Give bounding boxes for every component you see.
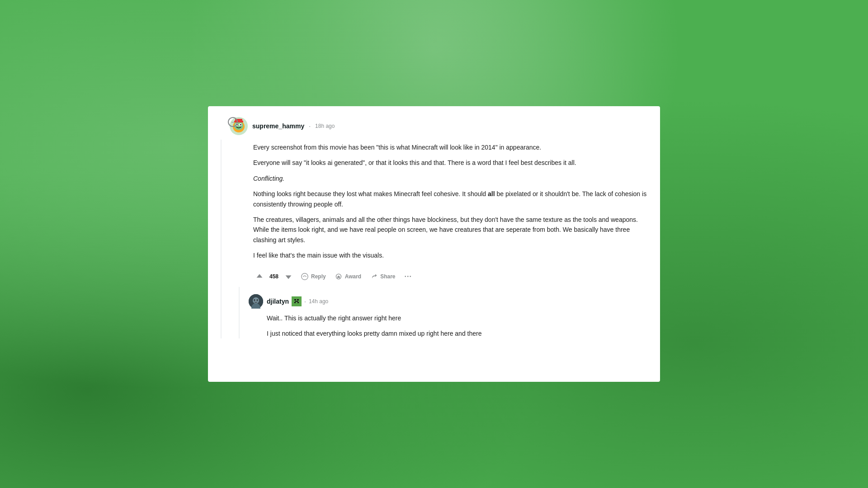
- svg-point-6: [240, 124, 241, 126]
- comment-paragraph-4: Nothing looks right because they lost wh…: [253, 189, 647, 209]
- award-label: Award: [345, 273, 361, 280]
- share-icon: [370, 273, 377, 280]
- svg-rect-20: [294, 302, 296, 303]
- comment-card: −: [208, 106, 660, 382]
- award-icon: [335, 273, 342, 280]
- comment-paragraph-6: I feel like that's the main issue with t…: [253, 250, 647, 260]
- reply-username[interactable]: djilatyn: [267, 298, 289, 305]
- share-button[interactable]: Share: [367, 270, 399, 283]
- reply-icon: [301, 273, 308, 280]
- more-button[interactable]: ···: [401, 270, 415, 283]
- comment-paragraph-1: Every screenshot from this movie has bee…: [253, 142, 647, 152]
- reply-label: Reply: [311, 273, 326, 280]
- reply-username-row: djilatyn · 14h a: [267, 296, 328, 306]
- upvote-icon: [256, 273, 263, 280]
- svg-rect-18: [297, 299, 299, 300]
- reply-dot-separator: ·: [304, 298, 306, 305]
- reply-body: Wait.. This is actually the right answer…: [249, 313, 647, 339]
- svg-point-15: [257, 299, 258, 300]
- reply-avatar: [249, 294, 263, 309]
- comment-paragraph-3: Conflicting.: [253, 174, 647, 183]
- svg-point-14: [254, 299, 255, 300]
- main-comment: −: [221, 117, 647, 338]
- svg-rect-21: [297, 302, 299, 303]
- dot-separator: ·: [309, 122, 311, 130]
- creeper-icon: [292, 296, 302, 306]
- vote-group: 458: [252, 270, 296, 283]
- reply-header: djilatyn · 14h a: [249, 294, 647, 309]
- reply-paragraph-2: I just noticed that everything looks pre…: [267, 328, 647, 338]
- vote-count: 458: [268, 273, 280, 280]
- downvote-button[interactable]: [281, 270, 296, 283]
- action-bar: 458 Reply: [230, 266, 647, 287]
- comment-header: supreme_hammy · 18h ago: [230, 117, 647, 135]
- main-comment-username[interactable]: supreme_hammy: [252, 122, 304, 130]
- svg-rect-17: [294, 299, 296, 300]
- reply-section: djilatyn · 14h a: [239, 287, 647, 339]
- reply-timestamp: 14h ago: [309, 298, 328, 305]
- comment-paragraph-2: Everyone will say "it looks ai generated…: [253, 158, 647, 168]
- award-button[interactable]: Award: [331, 270, 365, 283]
- upvote-button[interactable]: [252, 270, 267, 283]
- svg-rect-19: [295, 301, 298, 302]
- share-label: Share: [380, 273, 395, 280]
- comment-body: Every screenshot from this movie has bee…: [230, 142, 647, 261]
- collapse-button[interactable]: −: [228, 117, 238, 127]
- main-comment-timestamp: 18h ago: [315, 123, 335, 129]
- reply-button[interactable]: Reply: [297, 270, 330, 283]
- reply-paragraph-1: Wait.. This is actually the right answer…: [267, 313, 647, 323]
- reply-avatar-image: [249, 294, 263, 309]
- comment-paragraph-5: The creatures, villagers, animals and al…: [253, 215, 647, 245]
- svg-point-9: [302, 273, 308, 279]
- downvote-icon: [285, 273, 292, 280]
- bold-word: all: [488, 190, 495, 197]
- creeper-badge: [292, 296, 302, 306]
